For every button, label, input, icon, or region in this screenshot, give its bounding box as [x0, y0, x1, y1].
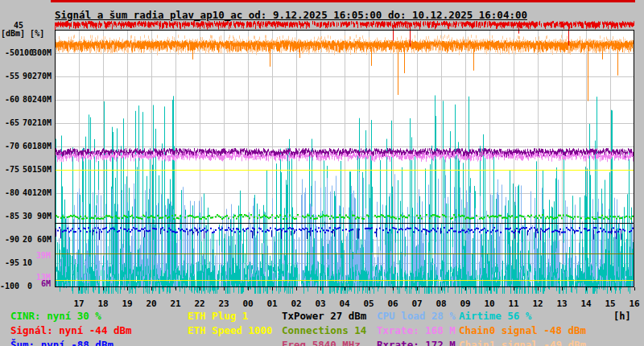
y-axis-row: -902060M [0, 235, 52, 244]
x-axis-hour-label: 17 [67, 299, 91, 309]
x-axis-hour-label: 19 [115, 299, 139, 309]
y-axis-tick-label: -65 [0, 118, 19, 127]
x-axis-hour-label: 05 [357, 299, 381, 309]
x-axis-hour-label: 12 [526, 299, 550, 309]
x-axis-hour-label: 21 [163, 299, 188, 309]
x-axis-hour-label: 20 [139, 299, 163, 309]
y-axis-row: -5590270M [0, 72, 52, 80]
x-axis-hour-label: 01 [260, 299, 284, 309]
legend-item-connections: Connections 14 [282, 324, 366, 336]
x-axis-hour-label: 15 [598, 299, 622, 309]
y-axis-tick-label: 60M [32, 235, 52, 244]
y-axis-tick-label: 270M [32, 72, 52, 80]
y-axis-tick-label: 100 [19, 48, 32, 57]
x-axis-hour-label: 08 [429, 299, 453, 309]
y-axis-row: -7060180M [0, 142, 52, 150]
y-axis-tick-label: 150M [32, 165, 52, 174]
y-axis-tick-label: 240M [32, 95, 52, 104]
y-axis-row: -7550150M [0, 165, 52, 174]
x-axis-unit-label: [h] [613, 311, 631, 322]
y-axis-tick-label: -50 [0, 48, 19, 57]
x-axis-hour-label: 23 [212, 299, 236, 309]
y-axis-tick-label: 50 [19, 165, 32, 174]
y-axis-row: -8040120M [0, 188, 52, 197]
x-axis-hour-label: 13 [550, 299, 574, 309]
y-axis-tick-label: -75 [0, 165, 19, 174]
x-axis-hour-label: 06 [381, 299, 405, 309]
legend-item-eth-plug: ETH Plug 1 [188, 310, 248, 322]
x-axis-hour-label: 02 [284, 299, 308, 309]
y-axis-tick-label: 300M [32, 48, 52, 57]
legend-item-airtime: Airtime 56 % [459, 310, 531, 322]
y-axis-tick-label: 210M [32, 118, 52, 127]
y-axis-tick-label: -85 [0, 212, 19, 220]
overrange-signal-strip [51, 0, 635, 2]
legend-item-signal: Signál: nyní -44 dBm [10, 324, 132, 336]
y-axis-tick-label: 60 [19, 142, 32, 150]
y-axis-row: -50100300M [0, 48, 52, 57]
y-axis-row: -853090M [0, 212, 52, 220]
y-axis-tick-label: 40 [19, 188, 32, 197]
graph-title: Signál a šum radia plav_ap10_ac od: 9.12… [55, 9, 527, 21]
y-axis-tick-label: 20 [19, 235, 32, 244]
y-axis-rate-mark: 6M [0, 279, 51, 288]
y-axis-row: -6570210M [0, 118, 52, 127]
y-axis-row: -6080240M [0, 95, 52, 104]
x-axis-hour-label: 03 [308, 299, 332, 309]
y-axis-tick-label: 80 [19, 95, 32, 104]
x-axis-hour-label: 10 [477, 299, 502, 309]
y-axis-tick-label: 180M [32, 142, 52, 150]
y-axis-tick-label: -80 [0, 188, 19, 197]
legend-item-chain1: Chain1 signal -49 dBm [459, 339, 586, 346]
y-axis-tick-label: -90 [0, 235, 19, 244]
y-axis-tick-label: 70 [19, 118, 32, 127]
x-axis-hour-label: 00 [236, 299, 260, 309]
x-axis-hour-label: 16 [622, 299, 644, 309]
y-axis-tick-label: 30 [19, 212, 32, 220]
legend-item-freq: Freq 5840 MHz [282, 339, 361, 346]
legend-item-cinr: CINR: nyní 30 % [10, 310, 101, 322]
legend-item-cpu-load: CPU load 28 % [377, 310, 456, 322]
legend-item-chain0: Chain0 signal -48 dBm [459, 324, 586, 336]
legend-item-noise: Šum: nyní -88 dBm [10, 339, 114, 346]
legend-item-txpower: TxPower 27 dBm [282, 310, 366, 322]
x-axis-hour-label: 18 [91, 299, 115, 309]
x-axis-hour-label: 14 [574, 299, 598, 309]
y-axis-tick-label: 90M [32, 212, 52, 220]
y-axis-tick-label: -70 [0, 142, 19, 150]
y-axis-tick-label: 120M [32, 188, 52, 197]
y-axis-unit-label: [dBm] [%] [1, 29, 44, 38]
x-axis-hour-label: 11 [502, 299, 526, 309]
x-axis-hour-label: 22 [188, 299, 212, 309]
y-axis-tick-label: -60 [0, 95, 19, 104]
legend-item-rxrate: Rxrate: 172 M [377, 339, 456, 346]
x-axis-hour-label: 04 [332, 299, 357, 309]
signal-noise-chart [55, 20, 635, 294]
x-axis-hour-label: 07 [405, 299, 429, 309]
legend-item-eth-speed: ETH Speed 1000 [188, 324, 272, 336]
mrtg-graph-page: Signál a šum radia plav_ap10_ac od: 9.12… [0, 0, 644, 346]
y-axis-rate-mark: 39M [0, 251, 51, 260]
y-axis-tick-label: -55 [0, 72, 19, 80]
legend-item-txrate: Txrate: 168 M [377, 324, 456, 336]
y-axis-tick-label: 90 [19, 72, 32, 80]
x-axis-hour-label: 09 [453, 299, 477, 309]
